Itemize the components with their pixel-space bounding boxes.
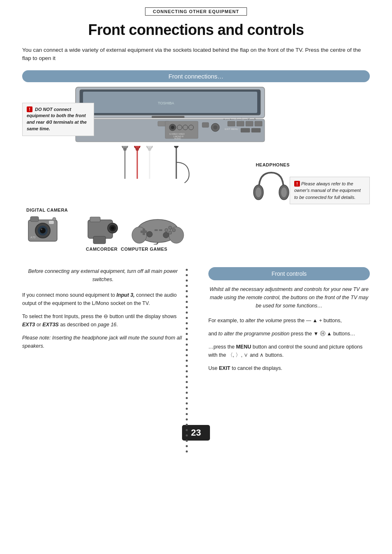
- svg-point-12: [189, 125, 194, 130]
- svg-point-68: [147, 231, 152, 237]
- warning-icon-right: !: [294, 181, 300, 187]
- svg-point-32: [136, 148, 139, 151]
- svg-point-29: [123, 148, 127, 151]
- headphones-illustration: [253, 169, 290, 207]
- svg-text:• — •—〈—〉—∨—∧: • — •—〈—〉—∨—∧: [224, 117, 256, 121]
- svg-rect-67: [159, 229, 162, 231]
- tv-illustration: TOSHIBA S-VIDEO VIDEO L/MONO R AUDIO: [63, 86, 277, 147]
- svg-point-37: [174, 146, 178, 148]
- svg-rect-25: [251, 128, 261, 132]
- svg-rect-61: [141, 231, 147, 233]
- banner-label: CONNECTING OTHER EQUIPMENT: [145, 7, 247, 16]
- left-para-0: Before connecting any external equipment…: [22, 267, 184, 284]
- label-headphones: HEADPHONES: [256, 162, 290, 167]
- svg-rect-19: [228, 121, 235, 126]
- svg-rect-22: [255, 121, 262, 126]
- left-para-3: Please note: Inserting the headphone jac…: [22, 334, 184, 350]
- svg-point-45: [40, 228, 46, 233]
- digital-camera-illustration: A70: [26, 212, 71, 248]
- svg-rect-24: [241, 128, 250, 132]
- svg-point-63: [172, 229, 175, 232]
- svg-point-11: [183, 125, 188, 130]
- front-connections-banner: Front connections…: [22, 70, 370, 82]
- svg-text:AUDIO: AUDIO: [174, 137, 181, 140]
- svg-point-39: [256, 187, 261, 197]
- svg-text:EXIT  MENU: EXIT MENU: [225, 128, 238, 130]
- bottom-right-column: Front controls Whilst all the necessary …: [194, 267, 370, 415]
- label-computer-games: COMPUTER GAMES: [121, 247, 167, 252]
- svg-text:TOSHIBA: TOSHIBA: [158, 101, 174, 105]
- svg-rect-55: [93, 236, 106, 244]
- right-para-5: Use EXIT to cancel the displays.: [208, 364, 370, 372]
- section-banner: CONNECTING OTHER EQUIPMENT: [0, 0, 392, 18]
- cables-illustration: [113, 146, 195, 196]
- svg-rect-20: [237, 121, 244, 126]
- left-para-2: To select the front Inputs, press the ⊖ …: [22, 312, 184, 329]
- front-controls-banner: Front controls: [208, 267, 370, 280]
- warning-text-right: Please always refer to the owner's manua…: [294, 181, 361, 200]
- bottom-left-column: Before connecting any external equipment…: [22, 267, 194, 415]
- svg-point-59: [169, 227, 184, 243]
- svg-rect-16: [202, 122, 209, 127]
- camcorder-illustration: [86, 214, 127, 248]
- svg-point-64: [168, 231, 172, 234]
- svg-rect-21: [246, 121, 253, 126]
- page-number-area: 23: [0, 425, 392, 441]
- svg-point-65: [165, 229, 168, 232]
- svg-point-46: [41, 229, 42, 230]
- warning-box-left: ! DO NOT connect equipment to both the f…: [22, 103, 94, 136]
- right-para-4: …press the MENU button and control the s…: [208, 343, 370, 359]
- svg-point-18: [213, 125, 217, 129]
- svg-text:A70: A70: [30, 236, 36, 239]
- svg-point-69: [163, 232, 169, 238]
- warning-text-left: DO NOT connect equipment to both the fro…: [27, 107, 87, 132]
- computer-games-illustration: [131, 210, 184, 246]
- warning-icon-left: !: [27, 106, 32, 112]
- svg-rect-56: [90, 217, 100, 222]
- svg-point-9: [171, 126, 174, 129]
- label-digital-camera: DIGITAL CAMERA: [26, 208, 68, 212]
- right-para-2: For example, to alter the volume press t…: [208, 316, 370, 325]
- right-para-3: and to alter the programme position pres…: [208, 330, 370, 338]
- diagram-area: TOSHIBA S-VIDEO VIDEO L/MONO R AUDIO: [22, 82, 370, 259]
- svg-rect-66: [154, 229, 158, 231]
- svg-point-49: [53, 217, 56, 221]
- label-camcorder: CAMCORDER: [86, 247, 118, 252]
- svg-rect-4: [152, 116, 184, 118]
- page-title: Front connections and controls: [0, 18, 392, 46]
- warning-box-right: !Please always refer to the owner's manu…: [290, 177, 370, 205]
- svg-point-62: [168, 226, 172, 229]
- svg-point-54: [111, 226, 114, 230]
- svg-rect-48: [49, 221, 54, 224]
- svg-point-35: [148, 148, 151, 151]
- right-para-1: Whilst all the necessary adjustments and…: [208, 285, 370, 310]
- left-para-1: If you connect mono sound equipment to I…: [22, 291, 184, 307]
- svg-point-10: [177, 125, 182, 130]
- intro-text: You can connect a wide variety of extern…: [0, 46, 392, 70]
- svg-rect-47: [30, 217, 39, 222]
- svg-point-41: [281, 187, 287, 197]
